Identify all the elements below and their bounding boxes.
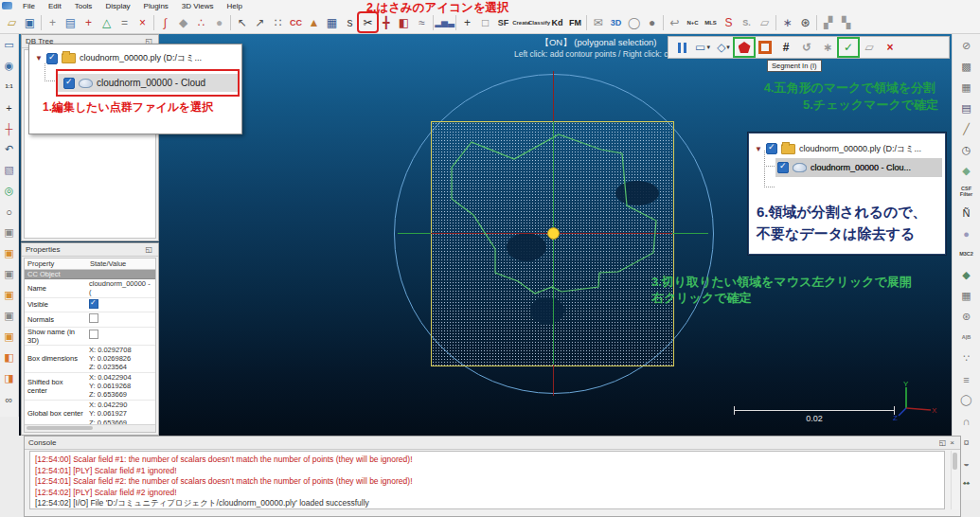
pattern-a-icon[interactable]: ▩ — [958, 59, 974, 75]
view-bottom-icon[interactable]: ▣ — [1, 329, 17, 345]
polyline-fit-icon[interactable]: △ — [98, 13, 116, 31]
molecule-icon[interactable]: ∵ — [958, 350, 974, 366]
cloud-distance-icon[interactable]: CC — [287, 13, 305, 31]
sf-classify-icon[interactable]: Classify — [530, 13, 548, 31]
mesh-b-icon[interactable]: ▚ — [837, 13, 855, 31]
pause-icon[interactable] — [672, 39, 691, 56]
property-checkbox[interactable] — [89, 313, 98, 323]
cancel-icon[interactable]: × — [881, 39, 900, 56]
screen-icon[interactable]: ▭ — [1, 37, 17, 53]
float-panel-icon[interactable]: ◱ — [143, 245, 154, 254]
close-icon[interactable]: × — [948, 438, 956, 447]
save-icon[interactable]: ▣ — [21, 13, 39, 31]
property-checkbox[interactable] — [89, 330, 98, 339]
segment-out-icon[interactable] — [756, 39, 775, 56]
view-front-icon[interactable]: ▣ — [1, 245, 17, 261]
headset-icon[interactable]: ∩ — [958, 413, 974, 429]
menu-item[interactable]: Display — [99, 2, 135, 10]
menu-item[interactable]: 3D Views — [176, 2, 220, 10]
expand-arrow-icon[interactable]: ▼ — [35, 54, 43, 62]
hook-icon[interactable]: ↩ — [666, 13, 684, 31]
doc-3d-icon[interactable]: 3D — [607, 13, 625, 31]
view-top-icon[interactable]: ▣ — [1, 224, 17, 241]
graph-icon[interactable]: ∗ — [778, 13, 796, 31]
view-back-icon[interactable]: ▣ — [1, 308, 17, 324]
gears-icon[interactable]: ⊛ — [796, 13, 814, 31]
tree-item-root[interactable]: ▼ cloudnorm_00000.ply (D:/コミ... — [35, 52, 202, 64]
ab-compare-icon[interactable]: A|B — [958, 330, 974, 346]
confirm-icon[interactable]: ✓ — [839, 39, 858, 56]
cube-view-icon[interactable]: ▧ — [1, 162, 17, 178]
rasterize-icon[interactable]: ▦ — [958, 288, 974, 304]
clean-broom-icon[interactable]: ╱ — [958, 121, 974, 137]
target-icon[interactable]: ◎ — [1, 183, 17, 199]
visibility-checkbox[interactable] — [63, 78, 75, 89]
stereogram-icon[interactable]: s — [341, 13, 359, 31]
ellipse-icon[interactable]: ◯ — [958, 392, 974, 408]
open-icon[interactable]: ▱ — [3, 13, 21, 31]
property-checkbox[interactable] — [89, 299, 98, 309]
pick-rotation-center-icon[interactable]: ┼ — [1, 120, 17, 136]
menu-item[interactable]: Help — [222, 2, 248, 10]
pattern-b-icon[interactable]: ▦ — [958, 80, 974, 96]
plane-icon[interactable]: ▱ — [756, 13, 774, 31]
reset-icon[interactable]: ∗ — [818, 39, 837, 56]
csf-filter-label[interactable]: CSF Filter — [958, 184, 974, 200]
view-right-icon[interactable]: ▣ — [1, 287, 17, 303]
canupo-shield-icon[interactable]: ◆ — [958, 267, 974, 283]
merge-icon[interactable]: = — [116, 13, 134, 31]
normals-compute-icon[interactable]: N+C — [684, 13, 702, 31]
hpr-clock-icon[interactable]: ◷ — [958, 142, 974, 158]
properties-list-icon[interactable]: ▤ — [62, 13, 80, 31]
tree-item-cloud[interactable]: cloudnorm_00000 - Clou... — [775, 158, 942, 177]
expand-arrow-icon[interactable]: ▼ — [755, 145, 762, 153]
class-number-icon[interactable]: # — [776, 39, 795, 56]
zoom-1-1-icon[interactable]: 1:1 — [1, 79, 17, 95]
gear-icon[interactable]: ⊛ — [958, 309, 974, 325]
visibility-checkbox[interactable] — [46, 53, 58, 64]
point-picking-icon[interactable]: ↖ — [233, 13, 251, 31]
s-curve-gray-icon[interactable]: S. — [738, 13, 756, 31]
kd-tree-icon[interactable]: Kd — [548, 13, 566, 31]
stereo-glasses-icon[interactable]: ∞ — [1, 391, 17, 407]
view-left-icon[interactable]: ▣ — [1, 266, 17, 282]
globe-icon[interactable]: ◯ — [625, 13, 643, 31]
poisson-icon[interactable]: ● — [958, 225, 974, 241]
magnifier-icon[interactable]: ○ — [1, 204, 17, 220]
texture-checker-icon[interactable]: ▦ — [323, 13, 341, 31]
menu-item[interactable]: File — [17, 2, 41, 10]
mail-icon[interactable]: ✉ — [589, 13, 607, 31]
segment-in-icon[interactable] — [735, 39, 754, 56]
apply-transform-icon[interactable]: + — [80, 13, 98, 31]
s-curve-red-icon[interactable]: S — [720, 13, 738, 31]
menu-item[interactable]: Tools — [69, 2, 98, 10]
vertical-scrollbar[interactable] — [951, 451, 959, 509]
visibility-checkbox[interactable] — [777, 162, 789, 173]
bell-icon[interactable]: ▲ — [305, 13, 323, 31]
subsample-icon[interactable]: ∴ — [192, 13, 210, 31]
trace-polyline-icon[interactable]: ∫ — [156, 13, 174, 31]
horizontal-scrollbar[interactable] — [25, 424, 155, 432]
rotate-view-icon[interactable]: ↶ — [1, 141, 17, 157]
float-panel-icon[interactable]: ◱ — [937, 438, 949, 447]
tree-item-cloud[interactable]: cloudnorm_00000 - Cloud — [58, 74, 238, 92]
camera-icon[interactable]: ◉ — [1, 58, 17, 74]
navigate-icon[interactable]: + — [44, 13, 62, 31]
confirm-delete-icon[interactable]: ▱ — [860, 39, 879, 56]
shield-a-icon[interactable]: ◆ — [958, 163, 974, 179]
point-list-picking-icon[interactable]: ↗ — [251, 13, 269, 31]
sphere-mesh-icon[interactable]: ● — [643, 13, 661, 31]
undo-icon[interactable]: ↺ — [797, 39, 816, 56]
mls-icon[interactable]: MLS — [702, 13, 720, 31]
delete-icon[interactable]: × — [134, 13, 151, 31]
tree-item-root[interactable]: ▼ cloudnorm_00000.ply (D:/コミ... — [755, 139, 921, 158]
view-iso-back-icon[interactable]: ◨ — [1, 370, 17, 386]
polygon-selection-icon[interactable]: ◇ — [714, 39, 733, 56]
fm-icon[interactable]: FM — [566, 13, 584, 31]
octree-sphere-icon[interactable]: ● — [210, 13, 228, 31]
m3c2-icon[interactable]: M3C2 — [958, 246, 974, 262]
menu-item[interactable]: Plugins — [138, 2, 174, 10]
view-iso-front-icon[interactable]: ◧ — [1, 349, 17, 365]
rect-selection-icon[interactable]: ▭ — [693, 39, 712, 56]
normals-icon[interactable]: Ñ — [958, 205, 974, 221]
